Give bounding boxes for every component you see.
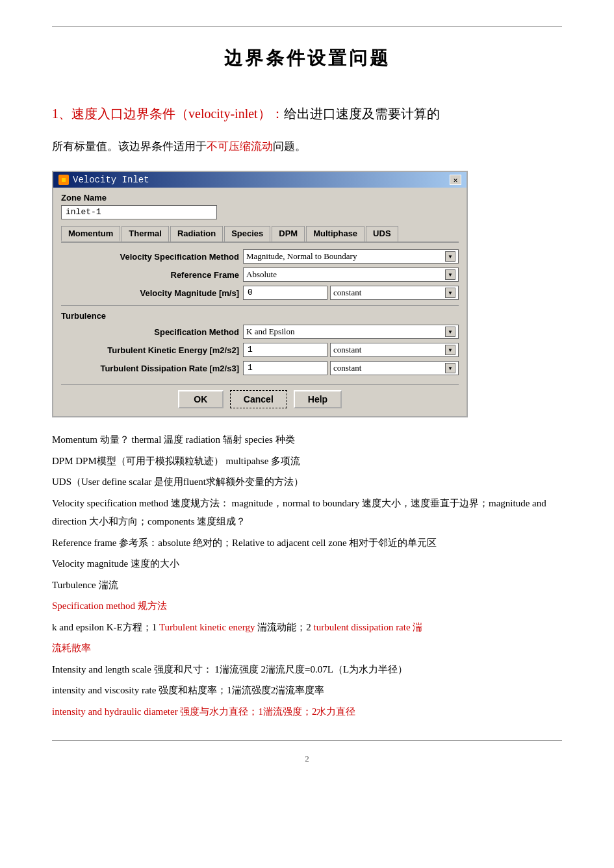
dialog-close-button[interactable]: ✕: [450, 175, 461, 185]
spec-method-arrow[interactable]: ▼: [445, 327, 455, 337]
turbulent-dr-row: Turbulent Dissipation Rate [m2/s3] 1 con…: [61, 361, 459, 375]
turbulent-dr-const: constant: [333, 363, 445, 373]
page-title: 边界条件设置问题: [52, 46, 562, 71]
turbulent-dr-arrow[interactable]: ▼: [445, 363, 455, 373]
dialog-buttons: OK Cancel Help: [61, 384, 459, 408]
annotation-line4: Velocity specification method 速度规方法： mag…: [52, 494, 562, 531]
reference-frame-value: Absolute: [246, 269, 445, 280]
ok-button[interactable]: OK: [178, 390, 224, 408]
velocity-magnitude-row: Velocity Magnitude [m/s] 0 constant ▼: [61, 286, 459, 300]
turbulent-ke-const-dropdown[interactable]: constant ▼: [330, 343, 459, 357]
velocity-magnitude-arrow[interactable]: ▼: [445, 288, 455, 298]
titlebar-left: Velocity Inlet: [58, 175, 149, 185]
section-body: 所有标量值。该边界条件适用于不可压缩流动问题。: [52, 136, 562, 158]
spec-method-label: Specification Method: [61, 327, 243, 337]
velocity-magnitude-const: constant: [333, 288, 445, 298]
tab-bar: Momentum Thermal Radiation Species DPM M…: [61, 226, 459, 243]
turbulent-ke-row: Turbulent Kinetic Energy [m2/s2] 1 const…: [61, 343, 459, 357]
annotation-line12: intensity and hydraulic diameter 强度与水力直径…: [52, 702, 562, 721]
spec-method-value: K and Epsilon: [246, 327, 445, 337]
annotation-line9b: 流耗散率: [52, 639, 562, 658]
velocity-spec-value: Magnitude, Normal to Boundary: [246, 251, 445, 262]
cancel-button[interactable]: Cancel: [230, 390, 287, 408]
zone-name-input[interactable]: inlet-1: [61, 205, 217, 219]
turbulent-dr-input[interactable]: 1: [243, 361, 327, 375]
annotation-line9: k and epsilon K-E方程；1 Turbulent kinetic …: [52, 618, 562, 637]
dialog-app-icon: [58, 175, 69, 185]
tab-momentum[interactable]: Momentum: [61, 226, 120, 242]
annotation-line8: Specification method 规方法: [52, 597, 562, 615]
svg-rect-1: [62, 178, 66, 182]
turbulent-dr-const-dropdown[interactable]: constant ▼: [330, 361, 459, 375]
tab-multiphase[interactable]: Multiphase: [306, 226, 365, 242]
velocity-inlet-dialog: Velocity Inlet ✕ Zone Name inlet-1 Momen…: [52, 171, 468, 417]
turbulent-ke-group: 1 constant ▼: [243, 343, 459, 357]
tab-radiation[interactable]: Radiation: [170, 226, 223, 242]
annotation-line1: Momentum 动量？ thermal 温度 radiation 辐射 spe…: [52, 430, 562, 449]
velocity-spec-row: Velocity Specification Method Magnitude,…: [61, 249, 459, 264]
reference-frame-row: Reference Frame Absolute ▼: [61, 267, 459, 282]
velocity-spec-label: Velocity Specification Method: [61, 252, 243, 262]
reference-frame-label: Reference Frame: [61, 270, 243, 280]
tab-dpm[interactable]: DPM: [272, 226, 305, 242]
dialog-body: Zone Name inlet-1 Momentum Thermal Radia…: [53, 188, 467, 416]
zone-name-label: Zone Name: [61, 193, 459, 203]
turbulent-ke-input[interactable]: 1: [243, 343, 327, 357]
velocity-magnitude-label: Velocity Magnitude [m/s]: [61, 288, 243, 298]
velocity-magnitude-const-dropdown[interactable]: constant ▼: [330, 286, 459, 300]
velocity-magnitude-group: 0 constant ▼: [243, 286, 459, 300]
annotation-line2: DPM DPM模型（可用于模拟颗粒轨迹） multipahse 多项流: [52, 452, 562, 471]
turbulent-dr-group: 1 constant ▼: [243, 361, 459, 375]
reference-frame-dropdown[interactable]: Absolute ▼: [243, 267, 459, 282]
tab-thermal[interactable]: Thermal: [122, 226, 169, 242]
turbulence-header: Turbulence: [61, 311, 459, 321]
annotation-line6: Velocity magnitude 速度的大小: [52, 554, 562, 573]
dialog-titlebar: Velocity Inlet ✕: [53, 172, 467, 188]
spec-method-row: Specification Method K and Epsilon ▼: [61, 325, 459, 339]
turbulent-ke-arrow[interactable]: ▼: [445, 345, 455, 355]
turbulent-ke-const: constant: [333, 345, 445, 355]
section-number: 1、速度入口边界条件（velocity-inlet）：: [52, 106, 284, 121]
annotation-line3: UDS（User define scalar 是使用fluent求解额外变量的方…: [52, 473, 562, 491]
page-number: 2: [52, 754, 562, 764]
tab-species[interactable]: Species: [224, 226, 270, 242]
turbulent-ke-label: Turbulent Kinetic Energy [m2/s2]: [61, 345, 243, 355]
reference-frame-arrow[interactable]: ▼: [445, 269, 455, 280]
dialog-title: Velocity Inlet: [73, 175, 149, 185]
tab-uds[interactable]: UDS: [366, 226, 398, 242]
spec-method-dropdown[interactable]: K and Epsilon ▼: [243, 325, 459, 339]
velocity-spec-dropdown[interactable]: Magnitude, Normal to Boundary ▼: [243, 249, 459, 264]
bottom-rule: [52, 740, 562, 741]
top-rule: [52, 26, 562, 27]
turbulence-divider: [61, 305, 459, 306]
turbulent-dr-label: Turbulent Dissipation Rate [m2/s3]: [61, 364, 243, 373]
velocity-magnitude-input[interactable]: 0: [243, 286, 327, 300]
annotation-line10: Intensity and length scale 强度和尺寸： 1湍流强度 …: [52, 660, 562, 679]
annotation-line11: intensity and viscosity rate 强度和粘度率；1湍流强…: [52, 681, 562, 700]
annotation-line5: Reference frame 参考系：absolute 绝对的；Relativ…: [52, 534, 562, 552]
section-heading: 1、速度入口边界条件（velocity-inlet）：给出进口速度及需要计算的: [52, 102, 562, 125]
velocity-spec-arrow[interactable]: ▼: [445, 251, 455, 262]
annotation-line7: Turbulence 湍流: [52, 576, 562, 595]
help-button[interactable]: Help: [294, 390, 342, 408]
